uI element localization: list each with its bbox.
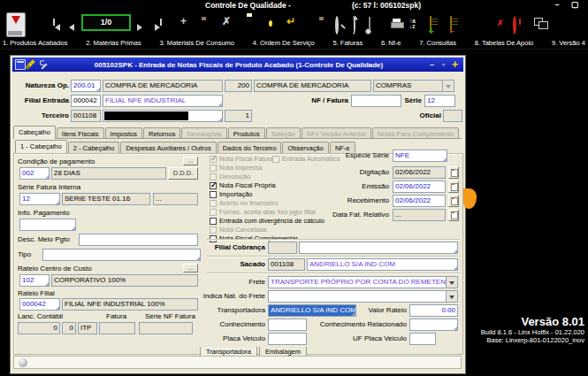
recebimento-field[interactable]: 02/06/2022 bbox=[393, 195, 446, 207]
minimize-icon[interactable]: – bbox=[552, 0, 562, 9]
tools-wrench-icon[interactable] bbox=[40, 60, 49, 69]
chevron-down-icon bbox=[442, 81, 454, 91]
serie-fatura-interna-label: Série Fatura Interna bbox=[18, 181, 80, 194]
menu-faturas[interactable]: 5. Faturas bbox=[333, 38, 363, 49]
app-minimize-icon[interactable]: – bbox=[426, 60, 438, 69]
menu-materias-primas[interactable]: 2. Matérias Primas bbox=[86, 38, 141, 49]
digitacao-field: 02/06/2022 bbox=[393, 166, 446, 179]
subtab-2-cabecalho[interactable]: 2 - Cabeçalho bbox=[68, 142, 120, 153]
filial-entrada-desc-field[interactable]: FILIAL NFE INDUSTRIAL bbox=[103, 95, 223, 107]
terceiro-code-field[interactable]: 001108 bbox=[71, 110, 101, 122]
subtab-dados-terceiro[interactable]: Dados do Terceiro bbox=[218, 142, 282, 153]
delete-record-icon[interactable]: ✗ bbox=[222, 15, 231, 27]
checkbox-acerto-financeiro: Acerto no financeiro bbox=[210, 199, 279, 207]
confirm-enter-icon[interactable]: ↵ bbox=[286, 15, 295, 27]
import-document-icon[interactable] bbox=[6, 12, 26, 37]
indica-nat-frete-dropdown[interactable] bbox=[268, 290, 458, 303]
desc-meio-pgto-field[interactable] bbox=[79, 234, 198, 246]
serie-field[interactable]: 12 bbox=[424, 95, 455, 107]
data-fat-calendar-icon[interactable] bbox=[448, 209, 459, 221]
uf-placa-veiculo-label: UF Placa Veiculo bbox=[308, 333, 407, 345]
last-record-button[interactable] bbox=[155, 19, 162, 35]
window-menu-icon[interactable] bbox=[15, 59, 26, 70]
app-window: 005102SPK - Entrada de Notas Fiscais de … bbox=[10, 55, 466, 374]
refresh-icon[interactable] bbox=[352, 18, 355, 34]
previous-record-button[interactable] bbox=[69, 19, 74, 35]
search-icon[interactable] bbox=[335, 18, 339, 34]
digitacao-calendar-icon[interactable] bbox=[448, 166, 459, 179]
totem-icon[interactable] bbox=[28, 60, 37, 69]
ddd-button[interactable]: D.D.D. bbox=[168, 167, 198, 180]
recebimento-label: Recebimento bbox=[322, 195, 389, 207]
tipo-field[interactable] bbox=[42, 249, 201, 261]
app-maximize-icon[interactable]: ▫ bbox=[438, 60, 449, 69]
natureza-op-code-field[interactable]: 200.01 bbox=[71, 80, 101, 92]
transportadora-field[interactable]: ANDRIELLO S/A IND COM bbox=[268, 304, 356, 317]
frete-label: Frete bbox=[196, 276, 265, 288]
rateio-filial-code-field[interactable]: 000042 bbox=[19, 298, 60, 311]
sacado-name-field[interactable]: ANDRIELLO S/A IND COM bbox=[307, 258, 458, 271]
menu-consultas[interactable]: 7. Consultas bbox=[419, 38, 456, 49]
recebimento-calendar-icon[interactable] bbox=[448, 195, 459, 207]
subtab-despesas[interactable]: Despesas Auxiliares / Outros bbox=[120, 142, 216, 153]
filial-cobranca-name-field[interactable] bbox=[299, 242, 458, 254]
subtab-1-cabecalho[interactable]: 1 - Cabeçalho bbox=[15, 140, 67, 153]
sort-az-icon[interactable]: ↑a ↓z bbox=[409, 19, 416, 29]
filial-entrada-code-field[interactable]: 000042 bbox=[71, 95, 101, 107]
natureza-op-num-field: 200 bbox=[225, 80, 252, 92]
especie-serie-label: Espécie Série bbox=[322, 150, 389, 162]
menu-tabelas-apoio[interactable]: 8. Tabelas De Apoio bbox=[475, 38, 534, 49]
filial-cobranca-label: Filial Cobrança bbox=[196, 242, 265, 254]
checkbox-divergencia-calculo[interactable]: Entrada com divergência de cálculo bbox=[210, 217, 325, 225]
tab-cabecalho[interactable]: Cabeçalho bbox=[13, 126, 56, 139]
stop-exit-icon[interactable] bbox=[513, 18, 516, 34]
main-toolbar: 1/0 + ✗ ↵ ↑a ↓z + – ✗ bbox=[0, 12, 588, 38]
especie-serie-field[interactable]: NFE bbox=[393, 150, 447, 162]
preview-icon[interactable] bbox=[369, 18, 370, 34]
oficial-field[interactable] bbox=[443, 110, 462, 122]
filial-cobranca-code-field[interactable] bbox=[268, 242, 297, 254]
menu-ordem-servico[interactable]: 4. Ordem De Serviço bbox=[253, 38, 315, 49]
emissao-label: Emissão bbox=[322, 180, 389, 193]
checkbox-nota-fiscal-fatura: Nota Fiscal Fatura bbox=[210, 155, 273, 163]
serie-fatura-code-field[interactable]: 12 bbox=[19, 193, 60, 205]
nf-fatura-label: NF / Fatura bbox=[302, 95, 348, 107]
menu-versao4[interactable]: 9. Versão 4 bbox=[552, 38, 585, 49]
serie-label: Série bbox=[398, 95, 422, 107]
emissao-field[interactable]: 02/06/2022 bbox=[393, 180, 446, 193]
placa-veiculo-field[interactable] bbox=[268, 333, 307, 345]
serie-fatura-more-field: ... bbox=[153, 193, 198, 205]
rateio-cc-code-field[interactable]: 102 bbox=[19, 274, 50, 287]
maximize-icon[interactable]: ▢ bbox=[569, 0, 580, 9]
terceiro-name-field[interactable] bbox=[103, 110, 223, 122]
valor-rateio-field[interactable]: 0.00 bbox=[409, 304, 458, 317]
app-title: 005102SPK - Entrada de Notas Fiscais de … bbox=[51, 61, 426, 69]
natureza-tipo-dropdown[interactable]: COMPRAS bbox=[373, 80, 454, 92]
app-titlebar: 005102SPK - Entrada de Notas Fiscais de … bbox=[12, 58, 463, 72]
add-record-icon[interactable]: + bbox=[180, 15, 187, 27]
digitacao-label: Digitação bbox=[322, 166, 389, 179]
menu-nfe[interactable]: 6. Nf-e bbox=[381, 38, 401, 49]
first-record-button[interactable] bbox=[53, 19, 60, 35]
checkbox-fornec-dias-fixo: Fornec. aceita dias fixo pgto filial bbox=[210, 208, 316, 216]
session-info: (c: 57 l: 005102spk) bbox=[352, 1, 421, 10]
conhecimento-field[interactable] bbox=[268, 318, 307, 331]
checkbox-nota-fiscal-propria[interactable]: Nota Fiscal Própria bbox=[210, 181, 276, 189]
condicao-pagamento-more-button[interactable]: ... bbox=[183, 157, 198, 165]
add-note-icon[interactable]: + bbox=[430, 17, 431, 33]
info-pagamento-field[interactable] bbox=[19, 219, 76, 231]
serie-nf-fatura-field bbox=[139, 322, 193, 334]
emissao-calendar-icon[interactable] bbox=[448, 180, 459, 193]
next-record-button[interactable] bbox=[137, 19, 142, 35]
menu-produtos-acabados[interactable]: 1. Produtos Acabados bbox=[3, 38, 67, 49]
checkbox-nota-impressa: Nota Impressa bbox=[210, 164, 263, 172]
app-close-icon[interactable]: + bbox=[449, 59, 461, 70]
menu-materiais-consumo[interactable]: 3. Materiais De Consumo bbox=[159, 38, 234, 49]
condicao-pagamento-code-field[interactable]: 002 bbox=[19, 167, 50, 180]
sacado-code-field[interactable]: 001108 bbox=[268, 258, 305, 271]
lanc-contabil-field1: 0 bbox=[18, 322, 60, 334]
remove-note-icon[interactable]: – bbox=[450, 17, 452, 33]
frete-dropdown[interactable]: TRANSPORTE PRÓPRIO POR CONTA DO REMETENT… bbox=[268, 276, 458, 288]
nf-fatura-field[interactable] bbox=[351, 95, 401, 107]
checkbox-importacao[interactable]: Importação bbox=[210, 190, 253, 198]
